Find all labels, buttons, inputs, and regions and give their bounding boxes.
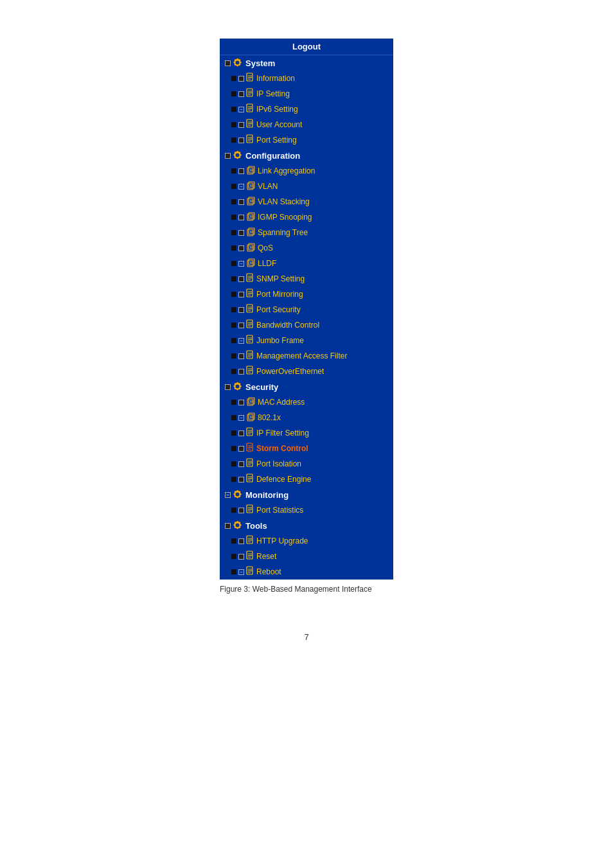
stack-icon <box>246 412 256 423</box>
nav-item-label: VLAN Stacking <box>258 197 310 206</box>
section-header-tools[interactable]: Tools <box>220 518 393 533</box>
doc-icon <box>246 288 254 300</box>
nav-item-management-access-filter[interactable]: Management Access Filter <box>220 348 393 364</box>
nav-item-igmp-snooping[interactable]: IGMP Snooping <box>220 209 393 225</box>
page-number: 7 <box>304 632 308 642</box>
nav-bullet <box>231 245 236 251</box>
nav-item-label: Reboot <box>256 567 281 576</box>
stack-icon <box>246 242 256 254</box>
section-header-security[interactable]: Security <box>220 379 393 394</box>
nav-item-label: VLAN <box>258 182 278 191</box>
nav-item-reset[interactable]: Reset <box>220 549 393 564</box>
nav-item-port-isolation[interactable]: Port Isolation <box>220 456 393 472</box>
nav-item-storm-control[interactable]: Storm Control <box>220 441 393 456</box>
nav-item-mac-address[interactable]: MAC Address <box>220 394 393 410</box>
doc-icon <box>246 535 254 547</box>
section-header-monitoring[interactable]: −Monitoring <box>220 487 393 502</box>
nav-item-lldf[interactable]: − LLDF <box>220 256 393 271</box>
nav-item-label: SNMP Setting <box>256 274 305 283</box>
nav-bullet <box>231 554 236 559</box>
nav-bullet <box>231 538 236 544</box>
nav-item-bandwidth-control[interactable]: Bandwidth Control <box>220 317 393 333</box>
nav-item-label: User Account <box>256 120 302 129</box>
nav-item-vlan[interactable]: − VLAN <box>220 179 393 194</box>
nav-menu: Logout System Information IP Setting− IP… <box>220 39 393 580</box>
doc-icon <box>246 88 254 100</box>
nav-item-http-upgrade[interactable]: HTTP Upgrade <box>220 533 393 549</box>
nav-item-information[interactable]: Information <box>220 71 393 86</box>
nav-item-label: Reset <box>256 552 276 561</box>
nav-item-defence-engine[interactable]: Defence Engine <box>220 472 393 487</box>
section-label-security: Security <box>245 382 278 392</box>
nav-item-spanning-tree[interactable]: Spanning Tree <box>220 225 393 240</box>
doc-icon <box>246 335 254 346</box>
nav-item-reboot[interactable]: − Reboot <box>220 564 393 580</box>
nav-item-label: Link Aggregation <box>258 166 315 175</box>
section-label-monitoring: Monitoring <box>245 490 289 500</box>
section-label-system: System <box>245 58 275 68</box>
nav-item-label: PowerOverEthernet <box>256 367 324 376</box>
nav-bullet <box>231 400 236 405</box>
section-header-configuration[interactable]: Configuration <box>220 148 393 163</box>
nav-bullet <box>231 137 236 143</box>
nav-bullet <box>231 230 236 235</box>
gear-icon <box>233 382 243 392</box>
nav-item-jumbo-frame[interactable]: − Jumbo Frame <box>220 333 393 348</box>
nav-bullet <box>231 76 236 81</box>
nav-item-label: 802.1x <box>258 413 281 422</box>
nav-item-port-statistics[interactable]: Port Statistics <box>220 502 393 518</box>
nav-item-label: LLDF <box>258 259 276 268</box>
gear-icon <box>233 520 243 531</box>
nav-item-label: HTTP Upgrade <box>256 536 308 545</box>
stack-icon <box>246 181 256 192</box>
doc-icon <box>246 504 254 516</box>
nav-item-poweroverethernet[interactable]: PowerOverEthernet <box>220 364 393 379</box>
nav-item-802.1x[interactable]: − 802.1x <box>220 410 393 425</box>
doc-icon <box>246 458 254 470</box>
nav-item-ipv6-setting[interactable]: − IPv6 Setting <box>220 102 393 117</box>
gear-icon <box>233 490 243 500</box>
nav-item-link-aggregation[interactable]: Link Aggregation <box>220 163 393 179</box>
stack-icon <box>246 227 256 238</box>
nav-bullet <box>231 91 236 96</box>
nav-bullet <box>231 215 236 220</box>
section-header-system[interactable]: System <box>220 55 393 71</box>
nav-bullet <box>231 415 236 420</box>
stack-icon <box>246 165 256 177</box>
nav-item-port-security[interactable]: Port Security <box>220 302 393 317</box>
nav-bullet <box>231 184 236 189</box>
doc-icon <box>246 566 254 578</box>
nav-item-ip-filter-setting[interactable]: IP Filter Setting <box>220 425 393 441</box>
doc-icon <box>246 103 254 115</box>
nav-item-label: Management Access Filter <box>256 351 347 360</box>
nav-item-user-account[interactable]: User Account <box>220 117 393 132</box>
nav-item-snmp-setting[interactable]: SNMP Setting <box>220 271 393 287</box>
section-label-configuration: Configuration <box>245 151 300 161</box>
doc-icon <box>246 551 254 562</box>
stack-icon <box>246 396 256 408</box>
nav-bullet <box>231 508 236 513</box>
doc-icon <box>246 119 254 130</box>
section-label-tools: Tools <box>245 521 267 531</box>
nav-bullet <box>231 323 236 328</box>
nav-item-port-setting[interactable]: Port Setting <box>220 132 393 148</box>
gear-icon <box>233 58 243 68</box>
nav-item-label: IP Filter Setting <box>256 429 309 438</box>
nav-item-vlan-stacking[interactable]: VLAN Stacking <box>220 194 393 209</box>
nav-item-port-mirroring[interactable]: Port Mirroring <box>220 287 393 302</box>
nav-item-label: Spanning Tree <box>258 228 308 237</box>
figure-caption: Figure 3: Web-Based Management Interface <box>220 585 393 594</box>
nav-bullet <box>231 369 236 374</box>
nav-bullet <box>231 292 236 297</box>
doc-icon <box>246 366 254 377</box>
nav-item-label: Storm Control <box>256 444 308 453</box>
doc-icon <box>246 134 254 146</box>
nav-item-qos[interactable]: QoS <box>220 240 393 256</box>
nav-bullet <box>231 276 236 281</box>
nav-item-label: Jumbo Frame <box>256 336 304 345</box>
nav-bullet <box>231 461 236 466</box>
logout-bar[interactable]: Logout <box>220 39 393 55</box>
nav-item-ip-setting[interactable]: IP Setting <box>220 86 393 102</box>
nav-bullet <box>231 261 236 266</box>
nav-bullet <box>231 107 236 112</box>
